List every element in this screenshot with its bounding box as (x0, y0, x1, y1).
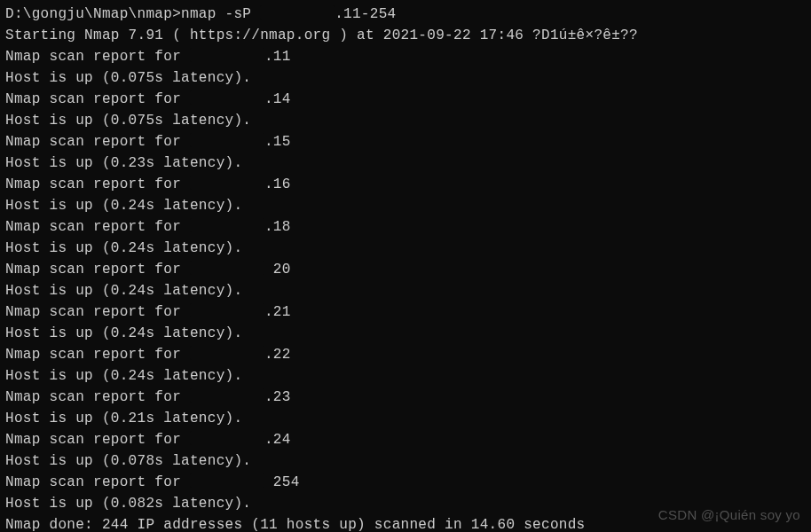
ip-suffix: .18 (264, 219, 291, 235)
nmap-start-line: Starting Nmap 7.91 ( https://nmap.org ) … (5, 25, 806, 46)
terminal-output: D:\gongju\Nmap\nmap>nmap -sP .11-254 Sta… (5, 4, 806, 532)
report-prefix: Nmap scan report for (5, 262, 190, 278)
redacted-ip (190, 133, 264, 147)
redacted-ip (190, 303, 264, 317)
redacted-ip (260, 5, 335, 20)
host-status-line: Host is up (0.078s latency). (5, 450, 806, 472)
report-prefix: Nmap scan report for (5, 474, 190, 490)
report-prefix: Nmap scan report for (5, 176, 190, 192)
ip-suffix: .21 (264, 304, 291, 320)
host-status-line: Host is up (0.21s latency). (5, 408, 806, 429)
report-prefix: Nmap scan report for (5, 91, 190, 107)
scan-report-line: Nmap scan report for .21 (5, 301, 806, 323)
host-status-line: Host is up (0.24s latency). (5, 323, 806, 344)
ip-suffix: .16 (264, 176, 291, 192)
report-prefix: Nmap scan report for (5, 432, 190, 448)
scan-report-line: Nmap scan report for .11 (5, 46, 806, 67)
host-status-line: Host is up (0.075s latency). (5, 67, 806, 89)
redacted-ip (190, 261, 264, 275)
host-status-line: Host is up (0.24s latency). (5, 195, 806, 216)
host-status-line: Host is up (0.24s latency). (5, 280, 806, 301)
ip-suffix: .23 (264, 389, 291, 405)
redacted-ip (190, 218, 264, 232)
ip-suffix: .15 (264, 134, 291, 150)
prompt-path: D:\gongju\Nmap\nmap> (5, 6, 181, 22)
redacted-ip (190, 431, 264, 445)
redacted-ip (190, 473, 264, 488)
scan-report-line: Nmap scan report for .15 (5, 131, 806, 153)
ip-suffix: .14 (264, 91, 291, 107)
report-prefix: Nmap scan report for (5, 347, 190, 363)
target-suffix: .11-254 (335, 6, 396, 22)
scan-report-line: Nmap scan report for .16 (5, 174, 806, 195)
command-line: D:\gongju\Nmap\nmap>nmap -sP .11-254 (5, 4, 806, 25)
scan-results: Nmap scan report for .11Host is up (0.07… (5, 46, 806, 514)
command-text: nmap -sP (181, 6, 260, 22)
watermark-text: CSDN @¡Quién soy yo (658, 505, 800, 526)
scan-report-line: Nmap scan report for 254 (5, 472, 806, 493)
scan-report-line: Nmap scan report for .14 (5, 89, 806, 110)
ip-suffix: .24 (264, 432, 291, 448)
report-prefix: Nmap scan report for (5, 389, 190, 405)
ip-suffix: 254 (264, 474, 300, 490)
report-prefix: Nmap scan report for (5, 134, 190, 150)
scan-report-line: Nmap scan report for .18 (5, 216, 806, 238)
ip-suffix: .11 (264, 49, 291, 65)
host-status-line: Host is up (0.075s latency). (5, 110, 806, 131)
redacted-ip (190, 346, 264, 360)
scan-report-line: Nmap scan report for .24 (5, 429, 806, 450)
report-prefix: Nmap scan report for (5, 49, 190, 65)
scan-report-line: Nmap scan report for 20 (5, 259, 806, 280)
report-prefix: Nmap scan report for (5, 219, 190, 235)
scan-report-line: Nmap scan report for .23 (5, 387, 806, 408)
report-prefix: Nmap scan report for (5, 304, 190, 320)
host-status-line: Host is up (0.24s latency). (5, 365, 806, 387)
scan-report-line: Nmap scan report for .22 (5, 344, 806, 365)
redacted-ip (190, 176, 264, 190)
ip-suffix: .22 (264, 347, 291, 363)
host-status-line: Host is up (0.23s latency). (5, 153, 806, 174)
redacted-ip (190, 48, 264, 62)
host-status-line: Host is up (0.24s latency). (5, 238, 806, 259)
ip-suffix: 20 (264, 262, 291, 278)
redacted-ip (190, 90, 264, 105)
redacted-ip (190, 388, 264, 403)
